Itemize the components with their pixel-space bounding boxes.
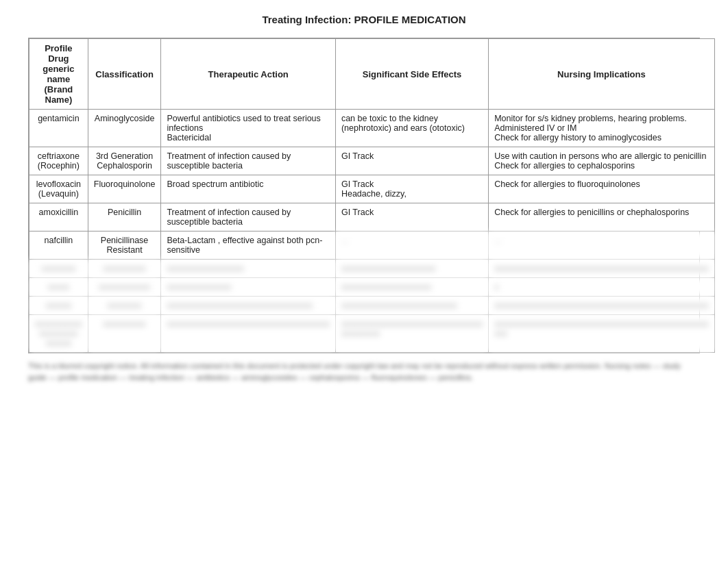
cell-action: xxxxxxxxxxxxxxxxxxxxxxxxxxxxxxxxxxxxxx (161, 315, 336, 353)
cell-drug: nafcillin (29, 232, 88, 260)
table-row: xxxxxxxxxxxxxxxxxxxxxxxxxxxxxxxxxxxxxxxx… (29, 278, 715, 297)
cell-side_effects: GI TrackHeadache, dizzy, (335, 175, 488, 203)
cell-nursing: xxxxxxxxxxxxxxxxxxxxxxxxxxxxxxxxxxxxxxxx… (489, 297, 715, 315)
cell-classification: xxxxxxxxxx (88, 260, 161, 278)
footnote: This is a blurred copyright notice. All … (28, 360, 700, 383)
cell-nursing: x (489, 278, 715, 297)
cell-classification: Fluoroquinolone (88, 175, 161, 203)
header-side-effects: Significant Side Effects (335, 39, 488, 110)
cell-side_effects: GI Track (335, 147, 488, 175)
cell-action: Treatment of infection caused by suscept… (161, 147, 336, 175)
medication-table: Profile Drug generic name (Brand Name) C… (29, 38, 715, 353)
cell-action: Powerful antibiotics used to treat serio… (161, 110, 336, 147)
table-body: gentamicinAminoglycosidePowerful antibio… (29, 110, 715, 353)
cell-nursing: Monitor for s/s kidney problems, hearing… (489, 110, 715, 147)
cell-classification: 3rd Generation Cephalosporin (88, 147, 161, 175)
cell-drug: gentamicin (29, 110, 88, 147)
header-classification: Classification (88, 39, 161, 110)
cell-side_effects: GI Track (335, 203, 488, 232)
cell-classification: Penicillin (88, 203, 161, 232)
page-title: Treating Infection: PROFILE MEDICATION (14, 14, 714, 25)
header-nursing: Nursing Implications (489, 39, 715, 110)
cell-nursing: xxxxxxxxxxxxxxxxxxxxxxxxxxxxxxxxxxxxxxxx… (489, 260, 715, 278)
cell-side_effects: can be toxic to the kidney (nephrotoxic)… (335, 110, 488, 147)
table-row: xxxxxxxxxxxxxxxxxxxxxxxxxxxxxxxxxxxxxxxx… (29, 297, 715, 315)
table-header-row: Profile Drug generic name (Brand Name) C… (29, 39, 715, 110)
cell-side_effects: xxxxxxxxxxxxxxxxxxxxxxxxxxx (335, 297, 488, 315)
cell-nursing: ... (489, 232, 715, 260)
cell-nursing: xxxxxxxxxxxxxxxxxxxxxxxxxxxxxxxxxxxxxxxx… (489, 315, 715, 353)
table-row: amoxicillinPenicillinTreatment of infect… (29, 203, 715, 232)
header-drug: Profile Drug generic name (Brand Name) (29, 39, 88, 110)
cell-drug: xxxxx (29, 278, 88, 297)
table-row: levofloxacin(Levaquin)FluoroquinoloneBro… (29, 175, 715, 203)
cell-drug: xxxxxxxx (29, 260, 88, 278)
cell-nursing: Check for allergies to fluoroquinolones (489, 175, 715, 203)
cell-action: Beta-Lactam , effective against both pcn… (161, 232, 336, 260)
cell-action: xxxxxxxxxxxxxxxxxxxxxxxxxxxxxxxxxx (161, 297, 336, 315)
cell-side_effects: xxxxxxxxxxxxxxxxxxxxxx (335, 260, 488, 278)
cell-drug: levofloxacin(Levaquin) (29, 175, 88, 203)
table-row: gentamicinAminoglycosidePowerful antibio… (29, 110, 715, 147)
cell-drug: xxxxxx (29, 297, 88, 315)
cell-classification: xxxxxxxxxxxx (88, 278, 161, 297)
cell-classification: xxxxxxxxxx (88, 315, 161, 353)
cell-nursing: Use with caution in persons who are alle… (489, 147, 715, 175)
cell-classification: xxxxxxxx (88, 297, 161, 315)
cell-classification: Aminoglycoside (88, 110, 161, 147)
cell-drug: ceftriaxone(Rocephin) (29, 147, 88, 175)
cell-action: Broad spectrum antibiotic (161, 175, 336, 203)
cell-classification: Penicillinase Resistant (88, 232, 161, 260)
cell-action: Treatment of infection caused by suscept… (161, 203, 336, 232)
cell-side_effects: ... (335, 232, 488, 260)
cell-drug: amoxicillin (29, 203, 88, 232)
cell-side_effects: xxxxxxxxxxxxxxxxxxxxx (335, 278, 488, 297)
table-row: ceftriaxone(Rocephin)3rd Generation Ceph… (29, 147, 715, 175)
table-row: nafcillinPenicillinase ResistantBeta-Lac… (29, 232, 715, 260)
cell-side_effects: xxxxxxxxxxxxxxxxxxxxxxxxxxxxxxxxxxxxxxxx… (335, 315, 488, 353)
cell-action: xxxxxxxxxxxxxxx (161, 278, 336, 297)
table-row: xxxxxxxxxxxxxxxxxxxxxxxxxxxxxxxxxxxxxxxx… (29, 315, 715, 353)
cell-nursing: Check for allergies to penicillins or ch… (489, 203, 715, 232)
medication-table-wrapper: Profile Drug generic name (Brand Name) C… (28, 38, 700, 353)
table-row: xxxxxxxxxxxxxxxxxxxxxxxxxxxxxxxxxxxxxxxx… (29, 260, 715, 278)
cell-action: xxxxxxxxxxxxxxxxxx (161, 260, 336, 278)
cell-drug: xxxxxxxxxxxxxxxxxxxxxxxxxx (29, 315, 88, 353)
header-action: Therapeutic Action (161, 39, 336, 110)
